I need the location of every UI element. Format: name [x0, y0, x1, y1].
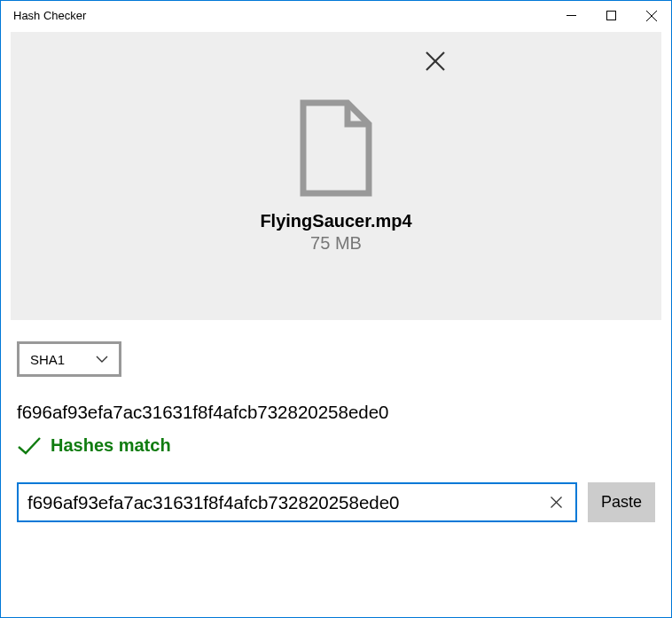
computed-hash: f696af93efa7ac31631f8f4afcb732820258ede0: [17, 402, 655, 423]
algorithm-selected-label: SHA1: [30, 352, 65, 367]
titlebar: Hash Checker: [1, 1, 671, 30]
compare-input-row: Paste: [17, 482, 655, 522]
remove-file-button[interactable]: [426, 51, 445, 74]
checkmark-icon: [17, 436, 42, 456]
minimize-button[interactable]: [551, 1, 591, 30]
paste-button[interactable]: Paste: [588, 482, 655, 522]
file-name: FlyingSaucer.mp4: [260, 211, 411, 231]
file-drop-panel[interactable]: FlyingSaucer.mp4 75 MB: [11, 32, 661, 320]
hash-match-status: Hashes match: [17, 435, 655, 456]
file-icon: [296, 99, 376, 200]
window-controls: [551, 1, 671, 30]
close-icon: [551, 497, 562, 508]
compare-hash-field-wrap: [17, 482, 577, 522]
match-label: Hashes match: [51, 435, 171, 456]
compare-hash-input[interactable]: [27, 492, 543, 513]
file-size: 75 MB: [310, 233, 362, 254]
clear-input-button[interactable]: [543, 490, 568, 515]
chevron-down-icon: [96, 356, 108, 363]
window-title: Hash Checker: [13, 1, 86, 30]
svg-rect-1: [607, 12, 616, 20]
close-button[interactable]: [631, 1, 671, 30]
controls-area: SHA1 f696af93efa7ac31631f8f4afcb73282025…: [1, 320, 671, 522]
maximize-button[interactable]: [591, 1, 631, 30]
close-icon: [426, 51, 445, 71]
algorithm-select[interactable]: SHA1: [17, 341, 121, 377]
